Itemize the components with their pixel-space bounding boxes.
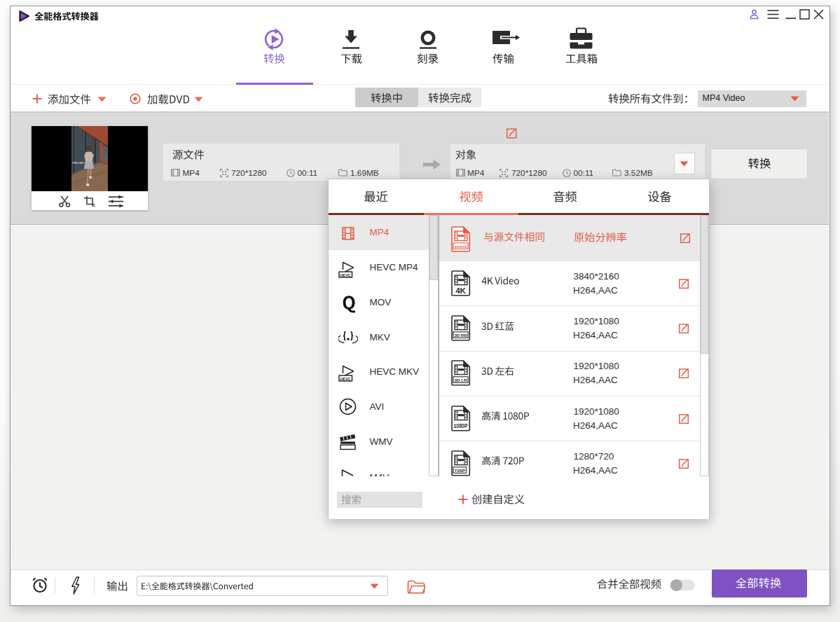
svg-text:PED.MV: PED.MV xyxy=(73,160,84,164)
svg-text:3D RB: 3D RB xyxy=(455,333,468,338)
svg-text:720P: 720P xyxy=(454,467,465,472)
svg-text:source: source xyxy=(455,243,467,248)
svg-text:HEVC: HEVC xyxy=(340,375,351,380)
svg-text:3D LR: 3D LR xyxy=(455,378,468,382)
svg-text:1080P: 1080P xyxy=(454,422,468,429)
svg-text:4K: 4K xyxy=(455,286,466,294)
svg-text:HEVC: HEVC xyxy=(340,272,351,277)
